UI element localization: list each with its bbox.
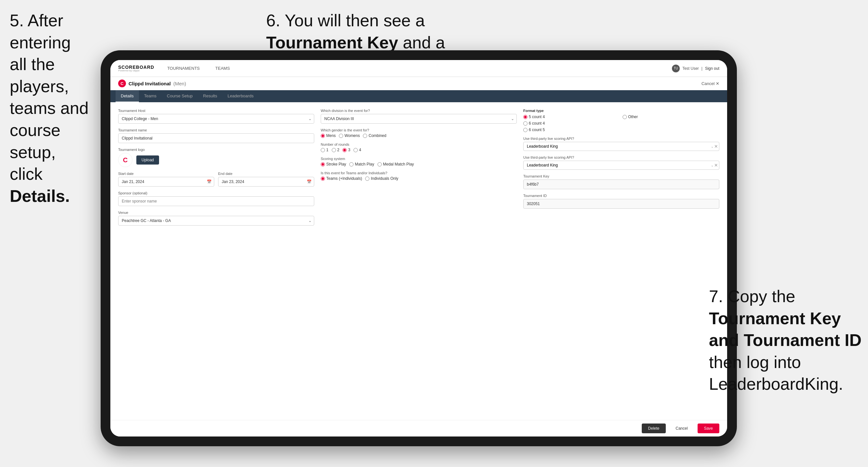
tournament-name-input[interactable] xyxy=(118,133,314,143)
individuals-only[interactable]: Individuals Only xyxy=(365,176,398,181)
end-date-input[interactable] xyxy=(218,177,314,187)
division-field: Which division is the event for? NCAA Di… xyxy=(321,109,517,124)
form-grid: Tournament Host Clippd College - Men Tou… xyxy=(118,109,719,225)
right-column: Format type 5 count 4 6 count 4 xyxy=(523,109,719,225)
third-party-2-dropdown: ⌄ ✕ xyxy=(523,161,719,170)
tab-leaderboards[interactable]: Leaderboards xyxy=(222,90,259,102)
tablet-screen: SCOREBOARD Powered by clippd TOURNAMENTS… xyxy=(111,60,727,436)
scoring-medal-match[interactable]: Medal Match Play xyxy=(377,162,414,166)
nav-right: TU Test User | Sign out xyxy=(672,65,719,72)
date-row: Start date 📅 End date 📅 xyxy=(118,172,314,187)
division-select[interactable]: NCAA Division III xyxy=(321,114,517,124)
breadcrumb-bar: C Clippd Invitational (Men) Cancel ✕ xyxy=(111,77,727,90)
middle-column: Which division is the event for? NCAA Di… xyxy=(321,109,517,225)
rounds-field: Number of rounds 1 2 3 xyxy=(321,143,517,152)
gender-womens[interactable]: Womens xyxy=(339,133,360,138)
rounds-1[interactable]: 1 xyxy=(321,148,329,152)
third-party-1-dropdown: ⌄ ✕ xyxy=(523,142,719,151)
cancel-button[interactable]: Cancel xyxy=(669,424,694,433)
tab-teams[interactable]: Teams xyxy=(139,90,162,102)
tournament-host-select-wrapper: Clippd College - Men xyxy=(118,114,314,124)
start-date-field: Start date 📅 xyxy=(118,172,214,187)
tournament-key-input[interactable] xyxy=(523,180,719,189)
venue-select-wrapper: Peachtree GC - Atlanta - GA xyxy=(118,216,314,225)
rounds-2[interactable]: 2 xyxy=(332,148,340,152)
save-button[interactable]: Save xyxy=(698,424,719,433)
annotation-left: 5. After entering all the players, teams… xyxy=(10,10,101,207)
main-content: Tournament Host Clippd College - Men Tou… xyxy=(111,102,727,420)
logo: SCOREBOARD Powered by clippd xyxy=(118,65,154,72)
rounds-radio-group: 1 2 3 4 xyxy=(321,148,517,152)
gender-field: Which gender is the event for? Mens Wome… xyxy=(321,128,517,138)
tournament-key-field: Tournament Key xyxy=(523,174,719,189)
start-date-input[interactable] xyxy=(118,177,214,187)
gender-mens[interactable]: Mens xyxy=(321,133,336,138)
nav-teams[interactable]: TEAMS xyxy=(213,65,232,72)
teams-field: Is this event for Teams and/or Individua… xyxy=(321,171,517,181)
format-other[interactable]: Other xyxy=(623,115,719,119)
third-party-2-field: Use third-party live scoring API? ⌄ ✕ xyxy=(523,155,719,170)
scoring-radio-group: Stroke Play Match Play Medal Match Play xyxy=(321,162,517,166)
tab-bar: Details Teams Course Setup Results Leade… xyxy=(111,90,727,102)
tablet-device: SCOREBOARD Powered by clippd TOURNAMENTS… xyxy=(101,50,737,446)
tournament-logo-field: Tournament logo C Upload xyxy=(118,148,314,167)
tab-details[interactable]: Details xyxy=(116,90,139,102)
third-party-1-input[interactable] xyxy=(523,142,719,151)
rounds-4[interactable]: 4 xyxy=(353,148,361,152)
tournament-name-field: Tournament name xyxy=(118,128,314,143)
delete-button[interactable]: Delete xyxy=(642,424,666,433)
rounds-3[interactable]: 3 xyxy=(342,148,350,152)
breadcrumb-icon: C xyxy=(118,80,126,87)
clear-third-party-1-button[interactable]: ✕ xyxy=(714,144,718,149)
tab-course-setup[interactable]: Course Setup xyxy=(162,90,198,102)
venue-select[interactable]: Peachtree GC - Atlanta - GA xyxy=(118,216,314,225)
calendar-icon-end: 📅 xyxy=(307,180,312,184)
logo-upload-area: C Upload xyxy=(118,153,314,167)
left-column: Tournament Host Clippd College - Men Tou… xyxy=(118,109,314,225)
clear-third-party-2-button[interactable]: ✕ xyxy=(714,163,718,168)
third-party-1-field: Use third-party live scoring API? ⌄ ✕ xyxy=(523,136,719,151)
sponsor-input[interactable] xyxy=(118,196,314,206)
third-party-2-input[interactable] xyxy=(523,161,719,170)
tournament-host-select[interactable]: Clippd College - Men xyxy=(118,114,314,124)
scoring-field: Scoring system Stroke Play Match Play Me… xyxy=(321,157,517,166)
format-type-field: Format type 5 count 4 6 count 4 xyxy=(523,109,719,132)
breadcrumb: C Clippd Invitational (Men) xyxy=(118,80,186,87)
tournament-id-input[interactable] xyxy=(523,199,719,209)
dates-field: Start date 📅 End date 📅 xyxy=(118,172,314,187)
dropdown-arrow-2-icon: ⌄ xyxy=(711,163,713,167)
tournament-id-field: Tournament ID xyxy=(523,194,719,209)
calendar-icon: 📅 xyxy=(207,180,212,184)
footer-bar: Delete Cancel Save xyxy=(111,420,727,436)
tournament-host-field: Tournament Host Clippd College - Men xyxy=(118,109,314,124)
upload-button[interactable]: Upload xyxy=(136,155,159,164)
format-6count4[interactable]: 6 count 4 xyxy=(523,121,620,126)
sign-out-link[interactable]: Sign out xyxy=(705,66,719,71)
end-date-field: End date 📅 xyxy=(218,172,314,187)
venue-field: Venue Peachtree GC - Atlanta - GA xyxy=(118,211,314,225)
gender-radio-group: Mens Womens Combined xyxy=(321,133,517,138)
avatar: TU xyxy=(672,65,680,72)
scoring-match[interactable]: Match Play xyxy=(349,162,374,166)
format-5count4[interactable]: 5 count 4 xyxy=(523,115,620,119)
format-row: 5 count 4 6 count 4 6 count 5 xyxy=(523,115,719,132)
format-6count5[interactable]: 6 count 5 xyxy=(523,128,620,132)
annotation-bottom-right: 7. Copy the Tournament Key and Tournamen… xyxy=(709,286,862,395)
teams-plus-individuals[interactable]: Teams (+Individuals) xyxy=(321,176,362,181)
sponsor-field: Sponsor (optional) xyxy=(118,191,314,206)
dropdown-arrow-icon: ⌄ xyxy=(711,145,713,148)
tab-results[interactable]: Results xyxy=(198,90,222,102)
top-nav: SCOREBOARD Powered by clippd TOURNAMENTS… xyxy=(111,60,727,77)
logo-preview: C xyxy=(118,153,132,167)
nav-tournaments[interactable]: TOURNAMENTS xyxy=(164,65,202,72)
cancel-x-button[interactable]: Cancel ✕ xyxy=(702,81,719,86)
teams-radio-group: Teams (+Individuals) Individuals Only xyxy=(321,176,517,181)
scoring-stroke[interactable]: Stroke Play xyxy=(321,162,346,166)
gender-combined[interactable]: Combined xyxy=(363,133,386,138)
